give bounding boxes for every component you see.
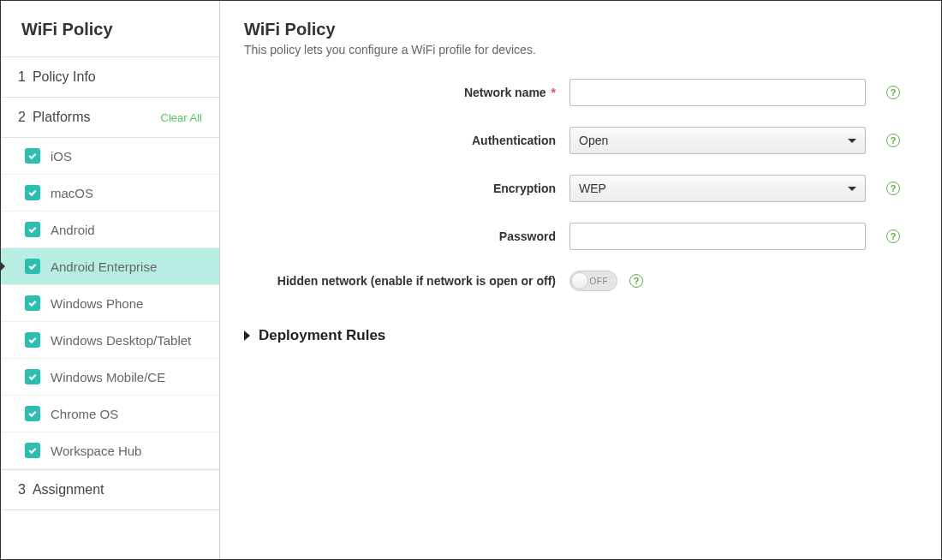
sidebar-header: WiFi Policy xyxy=(1,1,219,57)
authentication-value: Open xyxy=(579,134,608,147)
step-number: 3 xyxy=(18,482,26,497)
password-input[interactable] xyxy=(569,223,866,250)
step-policy-info[interactable]: 1 Policy Info xyxy=(1,57,219,98)
platform-label: Windows Phone xyxy=(51,296,143,311)
label-password: Password xyxy=(244,229,569,243)
authentication-select[interactable]: Open xyxy=(569,127,866,154)
platform-ios[interactable]: iOS xyxy=(1,138,219,175)
required-marker: * xyxy=(551,86,556,99)
checkbox-icon[interactable] xyxy=(25,259,40,274)
hidden-network-toggle[interactable]: OFF xyxy=(569,271,617,291)
checkbox-icon[interactable] xyxy=(25,332,40,348)
checkbox-icon[interactable] xyxy=(25,222,40,237)
network-name-input[interactable] xyxy=(569,79,866,106)
sidebar: WiFi Policy 1 Policy Info 2 Platforms Cl… xyxy=(1,1,220,559)
label-network-name: Network name * xyxy=(244,86,569,99)
platform-label: Workspace Hub xyxy=(51,444,141,458)
clear-all-link[interactable]: Clear All xyxy=(161,111,202,124)
checkbox-icon[interactable] xyxy=(25,406,40,421)
row-encryption: Encryption WEP ? xyxy=(244,175,910,202)
encryption-select[interactable]: WEP xyxy=(569,175,866,202)
deployment-rules-toggle[interactable]: Deployment Rules xyxy=(244,327,910,344)
step-label: Policy Info xyxy=(33,69,96,85)
platform-windows-desktop-tablet[interactable]: Windows Desktop/Tablet xyxy=(1,322,219,359)
help-icon[interactable]: ? xyxy=(886,86,900,99)
deployment-rules-label: Deployment Rules xyxy=(259,327,385,344)
platform-chrome-os[interactable]: Chrome OS xyxy=(1,396,219,432)
platform-macos[interactable]: macOS xyxy=(1,175,219,211)
platform-android[interactable]: Android xyxy=(1,211,219,248)
help-icon[interactable]: ? xyxy=(886,229,900,243)
encryption-value: WEP xyxy=(579,182,606,195)
page-subtitle: This policy lets you configure a WiFi pr… xyxy=(244,43,910,57)
step-number: 2 xyxy=(18,110,26,125)
chevron-down-icon xyxy=(848,139,856,143)
platform-label: Chrome OS xyxy=(51,407,118,421)
help-icon[interactable]: ? xyxy=(886,182,900,195)
checkbox-icon[interactable] xyxy=(25,369,40,384)
checkbox-icon[interactable] xyxy=(25,148,40,164)
triangle-right-icon xyxy=(244,331,250,341)
platform-label: Android Enterprise xyxy=(51,259,157,274)
checkbox-icon[interactable] xyxy=(25,443,40,458)
platform-label: macOS xyxy=(51,186,93,200)
label-encryption: Encryption xyxy=(244,182,569,195)
row-hidden-network: Hidden network (enable if network is ope… xyxy=(244,271,910,291)
step-label: Platforms xyxy=(33,110,91,125)
platform-label: Android xyxy=(51,223,95,237)
platform-windows-mobile-ce[interactable]: Windows Mobile/CE xyxy=(1,359,219,396)
label-authentication: Authentication xyxy=(244,134,569,147)
sidebar-title: WiFi Policy xyxy=(21,20,199,39)
row-network-name: Network name * ? xyxy=(244,79,910,106)
sidebar-scroll[interactable]: 1 Policy Info 2 Platforms Clear All iOS xyxy=(1,57,219,559)
row-password: Password ? xyxy=(244,223,910,250)
main-content: WiFi Policy This policy lets you configu… xyxy=(220,1,941,559)
help-icon[interactable]: ? xyxy=(886,134,900,147)
platform-label: iOS xyxy=(51,149,72,164)
step-label: Assignment xyxy=(33,482,104,497)
label-hidden-network: Hidden network (enable if network is ope… xyxy=(244,274,569,288)
page-title: WiFi Policy xyxy=(244,20,910,39)
checkbox-icon[interactable] xyxy=(25,295,40,311)
help-icon[interactable]: ? xyxy=(629,274,643,288)
app-root: WiFi Policy 1 Policy Info 2 Platforms Cl… xyxy=(0,0,942,560)
checkbox-icon[interactable] xyxy=(25,185,40,200)
platform-list: iOS macOS Android Android Enterprise Win… xyxy=(1,138,219,469)
platform-label: Windows Desktop/Tablet xyxy=(51,333,191,348)
row-authentication: Authentication Open ? xyxy=(244,127,910,154)
chevron-down-icon xyxy=(848,187,856,191)
platform-windows-phone[interactable]: Windows Phone xyxy=(1,285,219,322)
platform-label: Windows Mobile/CE xyxy=(51,370,165,384)
toggle-state: OFF xyxy=(590,277,609,286)
step-number: 1 xyxy=(18,69,26,85)
platform-workspace-hub[interactable]: Workspace Hub xyxy=(1,432,219,469)
step-assignment[interactable]: 3 Assignment xyxy=(1,469,219,510)
platform-android-enterprise[interactable]: Android Enterprise xyxy=(1,248,219,285)
step-platforms[interactable]: 2 Platforms Clear All xyxy=(1,98,219,138)
toggle-knob-icon xyxy=(571,272,588,289)
